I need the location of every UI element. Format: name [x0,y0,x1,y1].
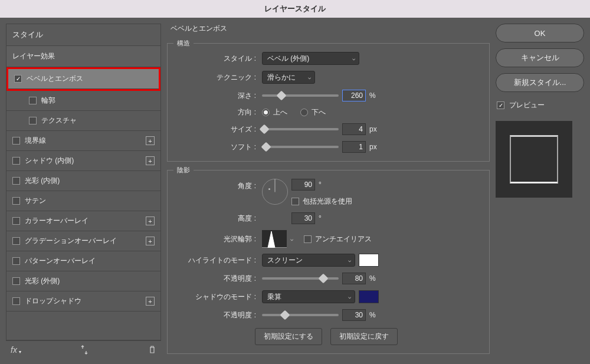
checkbox-gradient-overlay[interactable] [12,237,20,245]
direction-down-radio[interactable] [300,109,308,116]
styles-header-label: スタイル [12,30,43,39]
angle-unit: ° [319,181,322,189]
sidebar-item-color-overlay[interactable]: カラーオーバーレイ + [6,211,160,231]
direction-up-label: 上へ [273,107,287,117]
style-label: スタイル : [173,54,262,64]
checkbox-satin[interactable] [12,197,20,205]
sidebar-item-label: グラデーションオーバーレイ [25,236,117,246]
depth-slider[interactable] [262,94,339,97]
sidebar-item-pattern-overlay[interactable]: パターンオーバーレイ [6,251,160,271]
sidebar-item-satin[interactable]: サテン [6,191,160,211]
sidebar-item-drop-shadow[interactable]: ドロップシャドウ + [6,291,160,311]
size-label: サイズ : [173,124,262,135]
preview-checkbox[interactable] [497,101,504,109]
global-light-label: 包括光源を使用 [303,196,352,206]
shading-legend: 陰影 [173,166,194,175]
sidebar-item-stroke[interactable]: 境界線 + [6,131,160,151]
make-default-button[interactable]: 初期設定にする [255,328,322,345]
size-unit: px [369,125,377,133]
soften-unit: px [369,143,377,151]
chevron-down-icon: ⌵ [348,257,351,263]
reorder-icon[interactable] [80,345,88,355]
soften-slider[interactable] [262,146,339,148]
antialias-checkbox[interactable] [304,235,312,243]
trash-icon[interactable] [148,345,156,355]
shadow-opacity-slider[interactable] [262,314,339,316]
chevron-down-icon: ⌵ [352,55,355,61]
depth-unit: % [369,91,376,100]
highlight-color-swatch[interactable] [359,254,379,267]
styles-header[interactable]: スタイル [6,24,160,46]
reset-default-button[interactable]: 初期設定に戻す [330,328,398,345]
shadow-mode-label: シャドウのモード : [173,292,262,302]
sidebar-item-contour[interactable]: 輪郭 [6,91,160,111]
altitude-label: 高度 : [173,214,262,224]
add-effect-icon[interactable]: + [146,156,155,165]
structure-group: 構造 スタイル : ベベル (外側) ⌵ テクニック : 滑らかに ⌵ [167,43,490,162]
checkbox-stroke[interactable] [12,137,20,145]
add-effect-icon[interactable]: + [146,136,155,145]
highlight-mode-select[interactable]: スクリーン ⌵ [262,254,355,267]
sidebar-item-label: 光彩 (内側) [25,176,60,186]
shadow-opacity-unit: % [369,311,376,319]
chevron-down-icon[interactable]: ⌵ [290,236,293,242]
sidebar-item-inner-glow[interactable]: 光彩 (内側) [6,171,160,191]
angle-input[interactable]: 90 [291,179,315,191]
add-effect-icon[interactable]: + [146,217,155,225]
contour-picker[interactable] [262,230,287,248]
sidebar-item-outer-glow[interactable]: 光彩 (外側) [6,271,160,291]
panel-title: ベベルとエンボス [167,24,490,34]
sidebar-item-label: サテン [25,196,46,206]
sidebar-item-label: カラーオーバーレイ [25,216,88,226]
dialog-titlebar: レイヤースタイル [0,0,590,18]
cancel-button[interactable]: キャンセル [496,48,584,67]
highlight-opacity-input[interactable]: 80 [342,273,366,284]
sidebar-item-label: 輪郭 [41,96,55,106]
sidebar-item-label: 境界線 [25,136,46,146]
select-value: ベベル (外側) [267,54,309,64]
technique-select[interactable]: 滑らかに ⌵ [262,71,315,84]
highlight-mode-label: ハイライトのモード : [173,255,262,265]
checkbox-texture[interactable] [29,117,37,124]
soften-input[interactable]: 1 [342,141,366,153]
altitude-input[interactable]: 30 [291,212,315,224]
layer-effects-header[interactable]: レイヤー効果 [6,46,160,67]
checkbox-bevel-emboss[interactable] [14,75,22,83]
altitude-unit: ° [319,214,322,222]
add-effect-icon[interactable]: + [146,237,155,245]
direction-up-radio[interactable] [262,109,270,116]
depth-input[interactable]: 260 [342,90,366,101]
select-value: 滑らかに [267,73,296,83]
sidebar-item-gradient-overlay[interactable]: グラデーションオーバーレイ + [6,231,160,251]
sidebar-item-texture[interactable]: テクスチャ [6,111,160,131]
fx-menu-icon[interactable]: fx▾ [11,345,21,355]
checkbox-inner-glow[interactable] [12,177,20,185]
add-effect-icon[interactable]: + [146,297,155,306]
shadow-color-swatch[interactable] [359,290,379,303]
highlight-opacity-slider[interactable] [262,277,339,280]
sidebar-item-inner-shadow[interactable]: シャドウ (内側) + [6,151,160,171]
checkbox-outer-glow[interactable] [12,277,20,285]
checkbox-inner-shadow[interactable] [12,157,20,165]
structure-legend: 構造 [173,39,194,48]
global-light-checkbox[interactable] [291,198,299,205]
angle-wheel[interactable] [262,179,288,205]
ok-button[interactable]: OK [496,24,584,42]
depth-label: 深さ : [173,91,262,101]
shading-group: 陰影 角度 : 90 ° 包括光源を使用 [167,170,490,354]
checkbox-color-overlay[interactable] [12,217,20,225]
checkbox-contour[interactable] [29,97,37,104]
direction-down-label: 下へ [312,107,326,117]
size-input[interactable]: 4 [342,123,366,135]
styles-sidebar: スタイル レイヤー効果 ベベルとエンボス 輪郭 [6,24,161,358]
size-slider[interactable] [262,128,339,130]
checkbox-pattern-overlay[interactable] [12,257,20,265]
style-select[interactable]: ベベル (外側) ⌵ [262,52,359,65]
angle-label: 角度 : [173,179,262,191]
new-style-button[interactable]: 新規スタイル... [496,73,584,92]
chevron-down-icon: ⌵ [308,74,311,80]
sidebar-item-bevel-emboss[interactable]: ベベルとエンボス [8,69,159,89]
shadow-opacity-input[interactable]: 30 [342,309,366,321]
shadow-mode-select[interactable]: 乗算 ⌵ [262,290,355,303]
checkbox-drop-shadow[interactable] [12,297,20,305]
